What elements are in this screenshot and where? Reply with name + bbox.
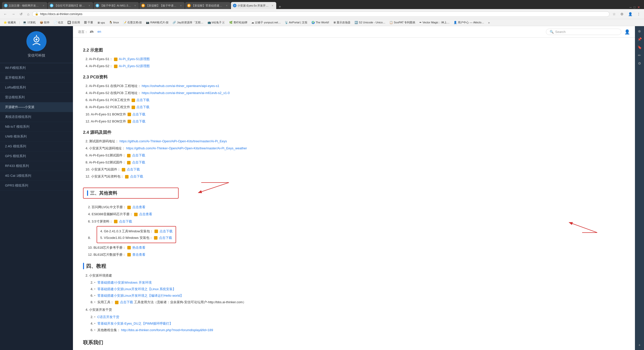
link-firmware-src[interactable]: https://github.com/Ai-Thinker-Open/AiPi-… [119, 139, 227, 143]
tab-close-3[interactable]: × [134, 4, 136, 7]
bookmark-vps[interactable]: 🖥 vps [96, 21, 106, 25]
link-dl-fw-s1[interactable]: 点击下载 [132, 153, 145, 157]
link-dl-pcb-s1[interactable]: 点击下载 [136, 98, 149, 102]
bookmark-lunwen[interactable]: 📄 论文 [52, 20, 65, 25]
right-icon-5[interactable]: ⚙ [636, 60, 642, 66]
link-pcb-s2[interactable]: https://oshwhub.com/ai-thiner_openteam/a… [142, 91, 230, 95]
right-icon-2[interactable]: 📌 [636, 36, 642, 42]
link-es8388[interactable]: 点击查看 [139, 212, 152, 216]
sidebar-item-gprs[interactable]: GPRS 模组系列 [0, 181, 73, 191]
right-icon-3[interactable]: 🔖 [636, 44, 642, 50]
close-window-button[interactable]: ✕ [637, 6, 640, 9]
link-windows-env[interactable]: 零基础搭建/小安派Windows 开发环境 [97, 281, 152, 284]
link-weather-src[interactable]: https://github.com/Ai-Thinker-Open/AiPi-… [126, 146, 247, 150]
user-icon[interactable]: 👤 [624, 29, 630, 35]
sidebar-item-offline-voice[interactable]: 离线语音模组系列 [0, 112, 73, 122]
link-vscode[interactable]: 点击下载 [159, 236, 172, 240]
tab-close-5[interactable]: × [226, 4, 227, 7]
link-s2-schematic[interactable]: Ai-Pi_Eyes-S2原理图 [119, 64, 150, 68]
sidebar-item-gps[interactable]: GPS 模组系列 [0, 151, 73, 161]
sidebar-item-24g[interactable]: 2.4G 模组系列 [0, 142, 73, 151]
bookmark-button[interactable]: ☆ [611, 11, 617, 17]
address-bar[interactable]: 🔒 https://docs.ai-thinker.com/eyes [32, 11, 610, 17]
icon-bl618-ref [127, 246, 131, 249]
sidebar-item-nbiot[interactable]: NB-IoT 模组系列 [0, 122, 73, 132]
sidebar-item-wifi[interactable]: Wi-Fi模组系列 [0, 63, 73, 73]
bookmark-qingning[interactable]: 🌿 青柠松始绑 [228, 20, 249, 25]
lang-zh[interactable]: zh [90, 30, 93, 34]
tab-close-1[interactable]: × [43, 4, 44, 7]
bookmark-raw[interactable]: 📷 RAW格式片-按 [144, 20, 170, 25]
sidebar-item-uwb[interactable]: UWB 模块系列 [0, 132, 73, 142]
search-input[interactable]: 🔍 Search [546, 29, 621, 35]
link-35screen[interactable]: 点击下载 [119, 220, 132, 223]
link-dl-fw-s2[interactable]: 点击下载 [132, 160, 145, 164]
link-lvgl[interactable]: 点击查看 [132, 205, 145, 209]
link-linux-env[interactable]: 零基础搭建小安派Linux开发环境之【Linux 系统安装】 [97, 287, 176, 291]
bookmark-soo[interactable]: 📋 SooPAT 专利图表 [388, 20, 417, 25]
link-bl618-ref[interactable]: 热击查看 [132, 246, 145, 249]
bookmark-world[interactable]: 🌍 The World! [310, 20, 331, 25]
home-button[interactable]: ⌂ [26, 11, 31, 17]
sidebar-item-lora[interactable]: LoRa模组系列 [0, 83, 73, 93]
more-button[interactable]: ⋮ [635, 11, 642, 17]
right-icon-4[interactable]: ✏ [636, 52, 642, 58]
link-dl-weather-fw[interactable]: 点击下载 [127, 167, 140, 171]
bookmark-riyingyong[interactable]: 🔲 日应用 [66, 20, 82, 25]
link-s1-schematic[interactable]: Ai-Pi_Eyes-S1原理图 [119, 57, 150, 61]
link-pwm-tutorial[interactable]: 零基础开发小安派-Eyes_DU之【PWM循环呼吸灯】 [97, 322, 173, 325]
maximize-button[interactable]: □ [634, 6, 635, 9]
bookmark-vector[interactable]: ✒ Vector Magic：神上… [418, 20, 451, 25]
link-hello-world[interactable]: 零基础搭建小安派Linux开发环境之【编译运行Hello world】 [97, 294, 183, 297]
right-icon-bottom-1[interactable]: + [636, 342, 642, 348]
link-dl-weather-pkg[interactable]: 点击下载 [130, 174, 143, 178]
bookmark-linux[interactable]: 🐧 linux [107, 20, 120, 25]
minimize-button[interactable]: ─ [629, 6, 632, 9]
bookmark-yunpu[interactable]: ☁ 云辅子 yunpuzi.net… [250, 20, 282, 25]
new-tab-button[interactable]: + [277, 5, 283, 9]
sidebar-item-bluetooth[interactable]: 蓝牙模组系列 [0, 73, 73, 83]
sidebar-item-radar[interactable]: 雷达模组系列 [0, 93, 73, 102]
sidebar-item-rf433[interactable]: RF433 模组系列 [0, 161, 73, 171]
tab-close-4[interactable]: × [180, 4, 182, 7]
tab-6[interactable]: 小 小安派-Eyes-5x 开发开发板 | 乐… × [231, 2, 276, 9]
link-bl618-data[interactable]: 查击查看 [132, 253, 145, 256]
tab-5[interactable]: 新 【新提醒】零基础搭建小安派W… × [185, 2, 230, 9]
tab-4[interactable]: 新 【新提醒】【板子申请流程】新 × [139, 2, 185, 9]
tab-close-2[interactable]: × [89, 4, 90, 7]
address-text: https://docs.ai-thinker.com/eyes [40, 12, 607, 16]
tab-close-6[interactable]: × [272, 4, 273, 7]
bookmark-jisuanji[interactable]: 💻 计算机 [21, 20, 37, 25]
sidebar-item-open-hardware[interactable]: 开源硬件——小安派 [0, 102, 73, 112]
back-button[interactable]: ← [2, 11, 9, 17]
bookmark-airportal[interactable]: 📡 AirPortal | 文投 [283, 20, 309, 25]
bookmark-other[interactable]: » [487, 21, 491, 25]
bookmark-jay[interactable]: 🔗 Jay的资源库「互联… [171, 20, 205, 25]
tab-2[interactable]: 信 【信任可开源顾问】标注推地地址 × [48, 2, 93, 9]
link-other-tutorials[interactable]: http://bbs.ai-thinker.com/forum.php?mod=… [121, 328, 213, 332]
bookmark-s2unicode[interactable]: 🔤 S2 Unicode - Unico… [353, 20, 387, 25]
bookmark-shimo[interactable]: 📝 石墨文档-按 [122, 20, 144, 25]
link-pcb-s1[interactable]: https://oshwhub.com/ai-thiner_openteam/a… [142, 84, 219, 88]
tab-1[interactable]: 立 立刻注册 - 物联网开发者社区-乐 × [2, 2, 47, 9]
bookmark-qianchong[interactable]: ☰ 千重 [83, 20, 95, 25]
reload-button[interactable]: ↺ [18, 11, 24, 17]
bookmark-display[interactable]: 🖥 显示农场器 [332, 20, 352, 25]
link-dl-bom-s1[interactable]: 点击下载 [132, 112, 145, 116]
right-icon-1[interactable]: ⊕ [636, 28, 642, 34]
link-dl-pcb-s2[interactable]: 点击下载 [136, 105, 149, 109]
bookmark-bilibili[interactable]: 📺 b站兔子🐰 [206, 20, 227, 25]
sidebar-item-4gcat1[interactable]: 4G Cat 1模组系列 [0, 171, 73, 181]
link-c-dev[interactable]: C语言开发干货 [97, 315, 119, 319]
forward-button[interactable]: → [10, 11, 17, 17]
tab-3[interactable]: 板 【板子申请】AI-M61-325开发* × [94, 2, 139, 9]
bookmark-ruanjian[interactable]: 📦 软件 [38, 20, 51, 25]
profile-button[interactable]: 👤 [627, 11, 634, 17]
link-tool-dl[interactable]: 点击下载 [120, 300, 133, 304]
lang-en[interactable]: en [97, 30, 101, 34]
bookmark-user[interactable]: 👤 用户中心 — Akkclo… [452, 20, 486, 25]
extensions-button[interactable]: ⚙ [619, 11, 625, 17]
bookmark-shucang[interactable]: ⭐ 收藏夹 [2, 20, 18, 25]
link-git[interactable]: 点击下载 [159, 229, 173, 233]
link-dl-bom-s2[interactable]: 点击下载 [132, 119, 145, 123]
